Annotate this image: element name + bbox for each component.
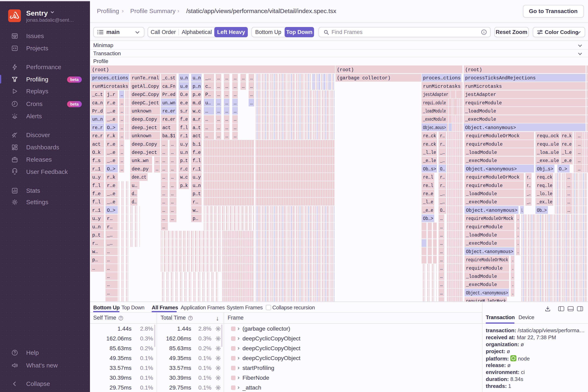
svg-text:_…: _… — [527, 200, 531, 205]
svg-text:re…e: re…e — [423, 191, 433, 196]
svg-text:…: … — [567, 175, 570, 180]
svg-text:…: … — [242, 84, 245, 89]
svg-text:act: act — [92, 142, 101, 147]
svg-text:…: … — [162, 150, 165, 155]
svg-text:…: … — [171, 191, 174, 196]
svg-text:…: … — [171, 200, 174, 205]
svg-text:_…: _… — [527, 191, 531, 196]
svg-text:…: … — [512, 274, 513, 279]
svg-text:requireM…leOrMock: requireM…leOrMock — [466, 299, 506, 302]
svg-text:…: … — [107, 274, 110, 279]
svg-text:u…n: u…n — [92, 224, 101, 230]
svg-text:e…e: e…e — [180, 100, 188, 106]
svg-text:requ…ock: requ…ock — [537, 134, 559, 139]
svg-text:r…e: r…e — [107, 142, 115, 147]
svg-text:_…: _… — [440, 150, 445, 155]
svg-text:…: … — [518, 216, 519, 221]
svg-text:Pr…d: Pr…d — [92, 109, 103, 114]
svg-text:_…e: _…e — [107, 158, 115, 164]
svg-text:…: … — [217, 109, 220, 114]
svg-text:unknown: unknown — [132, 109, 152, 114]
svg-text:…: … — [225, 134, 228, 139]
svg-text:…: … — [518, 249, 519, 254]
svg-text:…: … — [225, 117, 228, 122]
svg-text:deep…ject: deep…ject — [132, 125, 157, 130]
svg-text:…: … — [121, 109, 123, 114]
svg-text:unknown: unknown — [132, 134, 152, 139]
svg-text:O…>: O…> — [559, 166, 567, 172]
svg-text:_l…le: _l…le — [423, 150, 436, 155]
svg-text:…: … — [512, 290, 513, 296]
svg-text:runTe…rnal: runTe…rnal — [132, 76, 159, 81]
svg-text:(garbage collector): (garbage collector) — [337, 76, 390, 81]
svg-text:requireModule: requireModule — [466, 224, 503, 230]
svg-text:Objec…mous>: Objec…mous> — [423, 125, 446, 130]
svg-text:w…c: w…c — [180, 175, 188, 180]
svg-text:Obj…s>: Obj…s> — [537, 166, 553, 172]
svg-text:…: … — [512, 282, 513, 288]
svg-text:…: … — [217, 76, 220, 81]
svg-text:_…e: _…e — [107, 150, 115, 155]
svg-text:…: … — [121, 142, 123, 147]
svg-text:re…l: re…l — [423, 175, 433, 180]
svg-text:…: … — [225, 84, 228, 89]
svg-text:Object.<anonymous>: Object.<anonymous> — [466, 208, 518, 213]
svg-text:runMicrotasks: runMicrotasks — [465, 84, 502, 89]
svg-text:requireModule: requireModule — [466, 183, 503, 188]
svg-text:O…: O… — [522, 208, 523, 213]
svg-text:…: … — [162, 142, 165, 147]
svg-text:u…y: u…y — [92, 216, 101, 221]
svg-text:u…y: u…y — [193, 175, 201, 180]
svg-text:_e…e: _e…e — [423, 208, 433, 213]
svg-text:…: … — [225, 100, 228, 106]
svg-text:…: … — [578, 150, 581, 155]
svg-text:s…r: s…r — [180, 109, 188, 114]
svg-text:…: … — [567, 191, 570, 196]
svg-text:…: … — [205, 109, 208, 114]
svg-text:…: … — [121, 158, 123, 164]
svg-text:u…n: u…n — [180, 150, 188, 155]
svg-text:…: … — [107, 249, 110, 254]
svg-text:…: … — [225, 76, 228, 81]
svg-text:req…le: req…le — [537, 183, 553, 188]
svg-text:…: … — [171, 158, 174, 164]
svg-text:re…ck: re…ck — [423, 134, 436, 139]
svg-text:r…1: r…1 — [92, 166, 101, 172]
svg-text:…: … — [440, 266, 443, 271]
svg-text:Ob…>: Ob…> — [423, 216, 433, 221]
svg-text:f…s: f…s — [92, 158, 101, 164]
svg-text:…: … — [518, 224, 519, 230]
svg-text:requireModuleOrMock: requireModuleOrMock — [466, 216, 513, 221]
svg-text:_loadModule: _loadModule — [465, 109, 496, 114]
svg-text:…: … — [205, 117, 208, 122]
svg-text:p…t: p…t — [92, 232, 101, 238]
svg-text:f…l: f…l — [92, 183, 101, 188]
svg-text:r…: r… — [193, 200, 198, 205]
svg-text:…: … — [121, 150, 123, 155]
svg-text:requireModuleOrMock: requireModuleOrMock — [466, 258, 508, 263]
svg-text:act: act — [162, 125, 171, 130]
svg-text:O…>: O…> — [107, 166, 115, 172]
svg-text:…: … — [234, 92, 237, 98]
svg-text:requireModule: requireModule — [466, 266, 503, 271]
svg-text:O…>: O…> — [107, 125, 115, 130]
svg-text:…: … — [121, 117, 123, 122]
svg-text:p…: p… — [193, 216, 198, 221]
svg-text:_execModule: _execModule — [423, 117, 446, 122]
svg-text:requi…odule: requi…odule — [423, 100, 446, 106]
svg-text:re…er: re…er — [162, 109, 175, 114]
svg-text:_e…e: _e…e — [562, 158, 572, 164]
svg-text:…: … — [440, 241, 443, 246]
svg-text:un…n: un…n — [92, 117, 103, 122]
svg-text:_l…e: _l…e — [423, 200, 433, 205]
svg-text:…: … — [205, 125, 208, 130]
svg-text:r…: r… — [440, 134, 445, 139]
svg-text:…: … — [440, 258, 443, 263]
svg-text:…: … — [171, 208, 174, 213]
svg-text:u…y: u…y — [92, 175, 101, 180]
svg-text:…: … — [107, 282, 110, 288]
svg-text:_ex…le: _ex…le — [537, 200, 553, 205]
svg-text:re…er: re…er — [162, 117, 175, 122]
svg-text:r…c: r…c — [180, 166, 188, 172]
svg-text:…: … — [234, 100, 237, 106]
